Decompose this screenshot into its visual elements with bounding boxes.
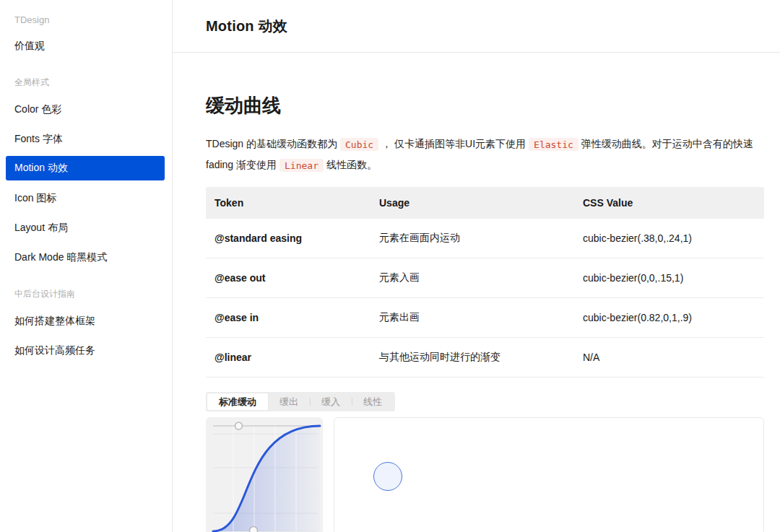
code-chip-linear: Linear — [280, 159, 324, 172]
easing-table: Token Usage CSS Value @standard easing 元… — [206, 187, 764, 378]
css-value-cell: cubic-bezier(.38,0,.24,1) — [574, 219, 764, 258]
page-title: Motion 动效 — [206, 17, 287, 36]
sidebar-item-build-framework[interactable]: 如何搭建整体框架 — [0, 306, 172, 336]
table-row: @standard easing 元素在画面内运动 cubic-bezier(.… — [206, 219, 764, 258]
table-header-row: Token Usage CSS Value — [206, 187, 764, 219]
demo-ball — [373, 462, 402, 491]
table-row: @ease in 元素出画 cubic-bezier(0.82,0,1,.9) — [206, 298, 764, 338]
section-heading-easing-curve: 缓动曲线 — [206, 93, 764, 118]
code-chip-cubic: Cubic — [340, 138, 378, 151]
sidebar-item-design-tasks[interactable]: 如何设计高频任务 — [0, 336, 172, 365]
usage-cell: 与其他运动同时进行的渐变 — [370, 338, 574, 378]
usage-cell: 元素在画面内运动 — [370, 219, 574, 258]
sidebar-item-dark-mode[interactable]: Dark Mode 暗黑模式 — [0, 243, 172, 272]
control-handle-bottom[interactable] — [250, 527, 258, 532]
sidebar-item-fonts[interactable]: Fonts 字体 — [0, 124, 172, 154]
table-row: @linear 与其他运动同时进行的渐变 N/A — [206, 338, 764, 378]
column-header-usage: Usage — [370, 187, 574, 219]
intro-text-1: TDesign 的基础缓动函数都为 — [206, 138, 337, 149]
intro-text-4: 线性函数。 — [326, 159, 377, 170]
css-value-cell: cubic-bezier(0,0,.15,1) — [574, 258, 764, 298]
tab-linear[interactable]: 线性 — [352, 393, 394, 410]
sidebar-item-icon[interactable]: Icon 图标 — [0, 183, 172, 213]
css-value-cell: cubic-bezier(0.82,0,1,.9) — [574, 298, 764, 338]
curve-area-fill — [213, 426, 320, 531]
column-header-token: Token — [206, 187, 370, 219]
sidebar-section-global-styles: 全局样式 — [0, 71, 172, 95]
tab-ease-out[interactable]: 缓出 — [268, 393, 310, 410]
sidebar-item-values[interactable]: 价值观 — [0, 31, 172, 61]
column-header-css-value: CSS Value — [574, 187, 764, 219]
easing-tabbar: 标准缓动 缓出 缓入 线性 — [206, 392, 395, 411]
sidebar-item-motion[interactable]: Motion 动效 — [6, 156, 165, 180]
table-row: @ease out 元素入画 cubic-bezier(0,0,.15,1) — [206, 258, 764, 298]
usage-cell: 元素入画 — [370, 258, 574, 298]
intro-text-2: ， 仅卡通插图等非UI元素下使用 — [381, 138, 526, 149]
sidebar-item-color[interactable]: Color 色彩 — [0, 95, 172, 124]
css-value-cell: N/A — [574, 338, 764, 378]
main-content: Motion 动效 缓动曲线 TDesign 的基础缓动函数都为Cubic， 仅… — [173, 0, 780, 532]
intro-paragraph: TDesign 的基础缓动函数都为Cubic， 仅卡通插图等非UI元素下使用El… — [206, 134, 764, 175]
sidebar-item-layout[interactable]: Layout 布局 — [0, 213, 172, 243]
token-cell: @ease out — [206, 258, 370, 298]
page-header: Motion 动效 — [173, 0, 780, 53]
tab-ease-in[interactable]: 缓入 — [310, 393, 352, 410]
sidebar-section-admin-guide: 中后台设计指南 — [0, 282, 172, 306]
tab-standard-easing[interactable]: 标准缓动 — [207, 393, 268, 410]
sidebar: TDesign 价值观 全局样式 Color 色彩 Fonts 字体 Motio… — [0, 0, 173, 532]
bezier-graph-card — [206, 417, 323, 532]
code-chip-elastic: Elastic — [529, 138, 578, 151]
control-handle-top[interactable] — [235, 422, 243, 429]
usage-cell: 元素出画 — [370, 298, 574, 338]
sidebar-brand: TDesign — [0, 9, 172, 31]
easing-demo-row — [206, 417, 764, 532]
token-cell: @ease in — [206, 298, 370, 338]
token-cell: @standard easing — [206, 219, 370, 258]
token-cell: @linear — [206, 338, 370, 378]
bezier-graph — [206, 417, 323, 532]
animation-demo-canvas — [334, 417, 764, 532]
